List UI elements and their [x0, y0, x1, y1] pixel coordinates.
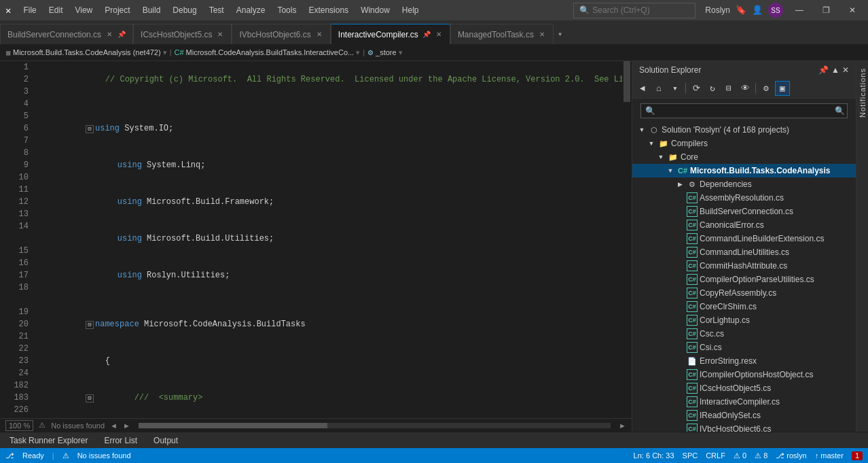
close-button[interactable]: ✕	[842, 3, 863, 18]
breadcrumb-right[interactable]: C# Microsoft.CodeAnalysis.BuildTasks.Int…	[175, 48, 361, 57]
tab-error-list[interactable]: Error List	[97, 434, 144, 447]
se-dropdown-btn[interactable]: ▾	[668, 81, 683, 96]
tab-interactive-compiler[interactable]: InteractiveCompiler.cs 📌 ✕	[331, 24, 450, 44]
tree-cmdline-utils[interactable]: ▶ C# CommandLineUtilities.cs	[632, 245, 856, 259]
se-refresh-btn[interactable]: ↻	[705, 81, 720, 96]
tree-icompiler-options[interactable]: ▶ C# ICompilerOptionsHostObject.cs	[632, 368, 856, 381]
menu-debug[interactable]: Debug	[167, 3, 202, 18]
tree-solution[interactable]: ▼ ⬡ Solution 'Roslyn' (4 of 168 projects…	[632, 123, 856, 137]
tab-close-icon[interactable]: ✕	[315, 30, 323, 39]
tree-project[interactable]: ▼ C# Microsoft.Build.Tasks.CodeAnalysis	[632, 164, 856, 177]
error-icon: ⚠	[62, 451, 69, 460]
tree-compiler-option-parse[interactable]: ▶ C# CompilerOptionParseUtilities.cs	[632, 273, 856, 286]
file-arrow: ▶	[675, 220, 685, 230]
tree-ivbc-host6[interactable]: ▶ C# IVbcHostObject6.cs	[632, 422, 856, 432]
tree-csc[interactable]: ▶ C# Csc.cs	[632, 327, 856, 341]
breadcrumb-store[interactable]: ⚙ _store ▾	[367, 48, 403, 57]
minimize-button[interactable]: —	[789, 3, 810, 18]
tree-canonical-error[interactable]: ▶ C# CanonicalError.cs	[632, 218, 856, 232]
bookmark-icon[interactable]: 🔖	[736, 5, 746, 16]
tree-build-server-conn[interactable]: ▶ C# BuildServerConnection.cs	[632, 205, 856, 218]
search-input[interactable]	[592, 5, 687, 15]
tab-close-icon[interactable]: ✕	[538, 30, 546, 39]
pin-icon[interactable]: 📌	[117, 31, 126, 38]
se-close-btn[interactable]: ✕	[842, 65, 849, 75]
collapse-icon-11[interactable]: ⊟	[86, 394, 94, 402]
tree-commit-hash[interactable]: ▶ C# CommitHashAttribute.cs	[632, 259, 856, 273]
menu-help[interactable]: Help	[397, 3, 424, 18]
menu-build[interactable]: Build	[137, 3, 166, 18]
se-home-btn[interactable]: ⌂	[651, 81, 666, 96]
nav-left-icon[interactable]: ◄	[110, 422, 117, 430]
breadcrumb-left[interactable]: ◼ Microsoft.Build.Tasks.CodeAnalysis (ne…	[5, 48, 167, 57]
avatar[interactable]: SS	[768, 3, 783, 18]
tree-coreclrshim[interactable]: ▶ C# CoreClrShim.cs	[632, 300, 856, 313]
tab-icsc-host[interactable]: ICscHostObject5.cs ✕	[133, 24, 232, 44]
menu-extensions[interactable]: Extensions	[303, 3, 354, 18]
nav-right-icon[interactable]: ►	[123, 422, 130, 430]
no-issues-text: No issues found	[77, 451, 131, 460]
tree-icsc-host5[interactable]: ▶ C# ICscHostObject5.cs	[632, 381, 856, 395]
collapse-icon-3[interactable]: ⊟	[86, 125, 94, 133]
se-header-buttons: 📌 ▲ ✕	[818, 65, 849, 75]
tree-assembly-res[interactable]: ▶ C# AssemblyResolution.cs	[632, 191, 856, 205]
tab-build-server-connection[interactable]: BuildServerConnection.cs ✕ 📌	[0, 24, 133, 44]
tab-overflow-btn[interactable]: ▾	[554, 24, 566, 44]
menu-tools[interactable]: Tools	[272, 3, 302, 18]
se-collapse-btn[interactable]: ⊟	[721, 81, 736, 96]
code-content[interactable]: // Copyright (c) Microsoft. All Rights R…	[34, 61, 622, 418]
menu-view[interactable]: View	[69, 3, 98, 18]
tree-compilers[interactable]: ▼ 📁 Compilers	[632, 137, 856, 150]
se-sync-btn[interactable]: ⟳	[689, 81, 704, 96]
tab-output[interactable]: Output	[147, 434, 185, 447]
collapse-icon-9[interactable]: ⊟	[86, 321, 94, 329]
line-endings-info: CRLF	[706, 451, 725, 460]
tab-managed-tool[interactable]: ManagedToolTask.cs ✕	[450, 24, 554, 44]
tab-ivbc-host[interactable]: IVbcHostObject6.cs ✕	[232, 24, 330, 44]
menu-edit[interactable]: Edit	[43, 3, 69, 18]
file-arrow: ▶	[675, 315, 685, 325]
se-settings-btn[interactable]: ⚙	[759, 81, 774, 96]
se-back-btn[interactable]: ◄	[635, 81, 650, 96]
menu-file[interactable]: File	[18, 3, 41, 18]
h-scrollbar-thumb[interactable]	[139, 423, 327, 428]
tree-dependencies[interactable]: ▶ ⚙ Dependencies	[632, 177, 856, 191]
tree-copy-ref-assembly[interactable]: ▶ C# CopyRefAssembly.cs	[632, 286, 856, 300]
tab-close-icon[interactable]: ✕	[105, 30, 113, 39]
solution-explorer-search[interactable]	[640, 103, 848, 118]
profile-icon[interactable]: 👤	[752, 5, 763, 16]
h-scrollbar[interactable]	[139, 423, 611, 428]
tab-close-icon[interactable]: ✕	[216, 30, 224, 39]
maximize-button[interactable]: ❐	[816, 3, 837, 18]
tree-core[interactable]: ▼ 📁 Core	[632, 150, 856, 164]
errors-count: ⚠ 0	[734, 451, 746, 460]
tree-csi[interactable]: ▶ C# Csi.cs	[632, 341, 856, 354]
tab-close-icon[interactable]: ✕	[435, 30, 443, 39]
scrollbar-thumb[interactable]	[623, 61, 630, 102]
se-dock-btn[interactable]: 📌	[818, 65, 829, 75]
se-show-all-btn[interactable]: 👁	[738, 81, 753, 96]
pin-icon[interactable]: 📌	[422, 31, 431, 38]
menu-analyze[interactable]: Analyze	[231, 3, 271, 18]
tab-task-runner-explorer[interactable]: Task Runner Explorer	[3, 434, 94, 447]
tree-ireadonlyset[interactable]: ▶ C# IReadOnlySet.cs	[632, 409, 856, 422]
se-expand-btn[interactable]: ▲	[831, 65, 839, 75]
tree-cmdline-builder-ext[interactable]: ▶ C# CommandLineBuilderExtension.cs	[632, 232, 856, 245]
tree-interactive-compiler-file[interactable]: ▶ C# InteractiveCompiler.cs	[632, 395, 856, 409]
se-filter-btn[interactable]: ▣	[775, 81, 790, 96]
status-right: Ln: 6 Ch: 33 SPC CRLF ⚠ 0 ⚠ 8 ⎇ roslyn ↑…	[634, 451, 863, 460]
code-line-11: ⊟ /// <summary>	[37, 379, 622, 416]
menu-test[interactable]: Test	[204, 3, 230, 18]
nav-end-icon[interactable]: ►	[619, 422, 626, 430]
tree-errorstring[interactable]: ▶ 📄 ErrorString.resx	[632, 354, 856, 368]
menu-project[interactable]: Project	[99, 3, 135, 18]
editor-scrollbar[interactable]	[622, 61, 632, 418]
file-arrow: ▶	[675, 302, 685, 311]
breadcrumb-arrow3: ▾	[399, 48, 403, 57]
user-area: Roslyn 🔖 👤 SS — ❐ ✕	[705, 3, 863, 18]
menu-window[interactable]: Window	[355, 3, 395, 18]
file-label: Csi.cs	[700, 343, 722, 352]
breadcrumb-project: Microsoft.Build.Tasks.CodeAnalysis (net4…	[13, 48, 161, 56]
tree-corlightup[interactable]: ▶ C# CorLightup.cs	[632, 313, 856, 327]
cs-file-icon: C#	[687, 424, 698, 432]
